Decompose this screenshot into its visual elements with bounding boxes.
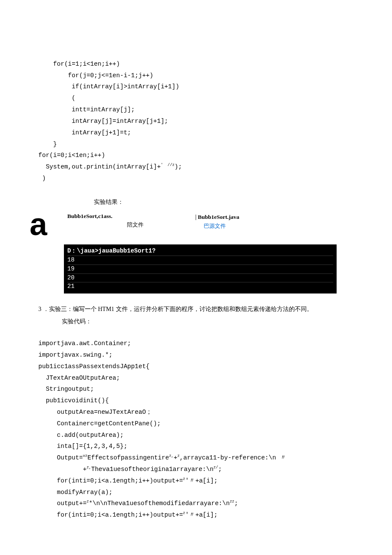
code-line: for(i=0;i<1en;i++): [38, 152, 105, 159]
code-text: ;: [234, 500, 238, 507]
code-sup: z,: [86, 465, 91, 470]
code-line: System,out.printin(intArray[i]+' //z);: [38, 163, 182, 170]
code-line: for(inti=0;i<a.1ength;i++)output+=z'〃+a[…: [38, 477, 218, 484]
section-3-heading: 3 ．实验三：编写一个 HTM1 文件，运行并分析下面的程序，讨论把数组和数组元…: [38, 304, 354, 314]
letter-a-graphic: a: [26, 212, 51, 237]
code-line: pub1icvoidinit(){: [38, 397, 109, 404]
code-line: for(j=0;j<=1en-i-1;j++): [38, 72, 153, 79]
file-item-2: |Bubb1eSort.java 巴源文件: [195, 212, 323, 231]
code-line: Output=vzEffectsofpassingentirez,+z,arra…: [38, 454, 286, 461]
code-line: if(intArray[i]>intArray[i+1]): [38, 83, 179, 90]
console-line: 18: [67, 256, 333, 265]
file-row: Bubb1eSort,c1ass. 陪文件 |Bubb1eSort.java 巴…: [55, 212, 354, 231]
code-text: +: [173, 454, 177, 461]
code-line: for(i=1;i<1en;i++): [38, 61, 120, 67]
file-1-type: 陪文件: [67, 220, 195, 230]
console-line: 19: [67, 265, 333, 274]
files-section: a Bubb1eSort,c1ass. 陪文件 |Bubb1eSort.java…: [38, 212, 354, 237]
console-line: 21: [67, 282, 333, 291]
code-sup: zz: [230, 500, 234, 504]
code-line: JTextAreaOUtputArea;: [38, 375, 120, 381]
code-line: ): [38, 175, 46, 182]
code-text: output+=: [38, 500, 86, 507]
code-line: output+=z*\n\nTheva1uesofthemodifiedarra…: [38, 500, 238, 507]
code-text: '〃+a[i];: [185, 477, 218, 484]
file-2-type: 巴源文件: [195, 221, 323, 231]
document-page: for(i=1;i<1en;i++) for(j=0;j<=1en-i-1;j+…: [0, 0, 392, 555]
code-line: Stringoutput;: [38, 386, 94, 392]
file-2-name: Bubb1eSort.java: [198, 214, 239, 220]
code-line: +z,Theva1uesoftheorigina1arrayare:\nz/;: [38, 466, 222, 473]
code-text: Theva1uesoftheorigina1arrayare:\n: [91, 466, 213, 473]
section-3-code-label: 实验代码：: [38, 317, 354, 327]
result-label: 实验结果：: [38, 197, 354, 207]
code-sup: ' //z: [161, 163, 174, 167]
code-block-1: for(i=1;i<1en;i++) for(j=0;j<=1en-i-1;j+…: [38, 47, 354, 184]
code-line: inta[]={1,2,3,4,5};: [38, 443, 127, 450]
code-line: intArray[j+1]=t;: [38, 129, 131, 136]
code-text: +: [38, 466, 86, 473]
code-line: Containerc=getContentPane();: [38, 420, 161, 427]
code-text: ;: [218, 466, 222, 473]
code-sup: z/: [213, 465, 218, 470]
code-line: modifyArray(a);: [38, 489, 112, 496]
code-line: importjava.awt.Container;: [38, 340, 131, 347]
code-text: for(inti=0;i<a.1ength;i++)output+=: [38, 511, 183, 518]
console-command: D：\jaua>jauaBubb1eSort1?: [67, 247, 333, 256]
console-output: D：\jaua>jauaBubb1eSort1? 18 19 20 21: [64, 244, 337, 293]
code-text: Effectsofpassingentire: [87, 454, 169, 461]
code-line: pub1icc1assPassextendsJApp1et{: [38, 363, 150, 370]
file-1-name: Bubb1eSort,c1ass.: [67, 212, 195, 221]
code-text: Output=: [38, 454, 83, 461]
code-line: for(inti=0;i<a.1ength;i++)output+=z'〃+a[…: [38, 511, 218, 518]
code-line: intArray[j]=intArray[j+1];: [38, 118, 168, 125]
code-text: for(inti=0;i<a.1ength;i++)output+=: [38, 477, 183, 484]
code-line: outputArea=newJTextAreaO；: [38, 409, 152, 416]
code-line: intt=intArray[j];: [38, 106, 135, 113]
code-line: importjavax.swing.*;: [38, 352, 112, 358]
code-block-2: importjava.awt.Container; importjavax.sw…: [38, 326, 354, 521]
console-line: 20: [67, 274, 333, 283]
code-text: );: [175, 163, 182, 170]
code-text: *\n\nTheva1uesofthemodifiedarrayare:\n: [89, 500, 230, 507]
code-line: c.add(outputArea);: [38, 432, 124, 439]
code-sup: vz: [83, 454, 87, 458]
code-text: System,out.printin(intArray[i]+: [38, 163, 161, 170]
code-text: '〃+a[i];: [185, 511, 218, 518]
code-line: }: [38, 141, 57, 148]
code-sup: z,: [169, 454, 174, 458]
files-right-wrap: Bubb1eSort,c1ass. 陪文件 |Bubb1eSort.java 巴…: [55, 212, 354, 231]
file-item-1: Bubb1eSort,c1ass. 陪文件: [67, 212, 195, 231]
code-line: (: [38, 95, 75, 102]
code-text: ,arrayca11-by-reference:\n 〃: [180, 454, 286, 461]
